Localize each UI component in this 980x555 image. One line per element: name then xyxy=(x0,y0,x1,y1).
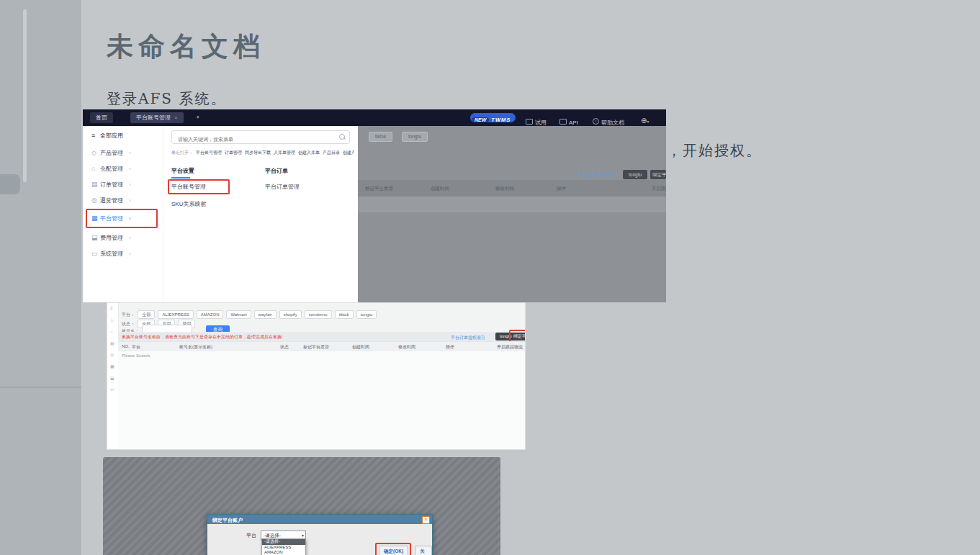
column-header: 创建时间 xyxy=(352,344,369,351)
product-icon[interactable]: ◇ xyxy=(110,317,114,322)
platform-filter-chip[interactable]: semitemu xyxy=(305,310,332,319)
warehouse-icon[interactable]: ⌂ xyxy=(110,329,113,333)
api-icon xyxy=(559,119,567,125)
column-header: 标记平台发货 xyxy=(303,344,329,351)
recent-link[interactable]: 平台账号管理 xyxy=(196,150,222,155)
sidebar-label: 退货管理 xyxy=(100,197,123,204)
dimmed-page-overlay: tiktok tongtu 平台订单授权索引 tongtu 绑定平台账户 标记平… xyxy=(358,126,666,302)
close-icon[interactable]: × xyxy=(422,516,430,524)
platform-label: 平台 xyxy=(236,532,256,539)
rail-scrollbar-thumb[interactable] xyxy=(23,9,27,182)
menu-link-sku-mapping[interactable]: SKU关系映射 xyxy=(171,200,206,208)
twms-badge[interactable]: NEWTWMS xyxy=(470,113,516,122)
sidebar-item-system[interactable]: ▭系统管理› xyxy=(91,248,131,258)
platform-icon[interactable]: ▦ xyxy=(110,364,114,369)
tab-close-icon[interactable]: × xyxy=(174,114,178,121)
platform-filter-chip[interactable]: tiktok xyxy=(335,310,354,319)
doc-title[interactable]: 未命名文档 xyxy=(107,29,265,65)
api-label: API xyxy=(569,119,578,126)
recent-link[interactable]: 产品目录 xyxy=(323,150,340,155)
sidebar-label: 费用管理 xyxy=(100,235,123,241)
column-header: NO. xyxy=(122,344,130,348)
menu-icon[interactable]: ≡ xyxy=(110,306,113,310)
column-header: 修改时间 xyxy=(495,186,514,192)
platform-filter-chip[interactable]: wayfair xyxy=(254,310,277,319)
tongtu-button[interactable]: tongtu xyxy=(623,170,647,179)
dropdown-option[interactable]: -请选择- xyxy=(262,539,305,545)
recent-link[interactable]: 入库单管理 xyxy=(274,150,295,155)
bind-account-button[interactable]: 绑定平台账户 xyxy=(650,170,666,179)
platform-filter-chip[interactable]: tongtu xyxy=(356,310,377,319)
menu-icon: ≡ xyxy=(91,130,100,140)
sidebar-item-returns[interactable]: ◎退货管理› xyxy=(91,195,131,205)
dropdown-option[interactable]: AMAZON xyxy=(262,550,305,555)
screenshot-accounts-page[interactable]: ≡ ◇ ⌂ ▤ ◎ ▦ ⬓ ▭ 平台： 全部ALIEXPRESSAMAZONWa… xyxy=(107,302,526,450)
recent-link[interactable]: 同步导出下载 xyxy=(245,150,271,155)
column-header: 开启跟踪物流 xyxy=(652,186,666,192)
warning-text: 更换平台账号名称前，请检查当前账号下是否存在未完结的订单，处理完成后在更换! xyxy=(122,334,283,340)
platform-chip[interactable]: tongtu xyxy=(402,132,428,142)
select-value: -请选择- xyxy=(264,533,281,538)
annotation-box-ok-button xyxy=(375,543,411,555)
doc-paragraph[interactable]: 登录AFS 系统。 xyxy=(107,89,226,109)
platform-chip[interactable]: tiktok xyxy=(369,132,392,142)
order-icon[interactable]: ▤ xyxy=(110,340,114,346)
search-icon xyxy=(339,134,345,140)
accounts-table-header: NO. 平台 账号名(显示名称) 状态 标记平台发货 创建时间 修改时间 操作 … xyxy=(118,341,525,352)
chevron-right-icon: › xyxy=(129,181,131,188)
modal-header[interactable]: 绑定平台账户 × xyxy=(207,515,432,524)
chevron-right-icon: › xyxy=(129,251,131,257)
group-platform-orders[interactable]: 平台订单 xyxy=(265,167,288,175)
recent-link[interactable]: 创建入库单 xyxy=(298,150,320,155)
column-header: 平台 xyxy=(132,344,140,351)
chevron-right-icon: › xyxy=(129,197,131,204)
auth-index-link[interactable]: 平台订单授权索引 xyxy=(578,172,616,179)
bind-account-modal: 绑定平台账户 × 平台 -请选择- ▾ -请选择- ALIEXPRESS AMA… xyxy=(207,514,433,555)
warehouse-icon: ⌂ xyxy=(91,163,100,173)
doc-paragraph-tail[interactable]: ，开始授权。 xyxy=(667,141,762,161)
platform-filter-chip[interactable]: shopify xyxy=(279,310,302,319)
sidebar-item-orders[interactable]: ▤订单管理› xyxy=(91,179,131,189)
platform-filter-chip[interactable]: Walmart xyxy=(226,310,251,319)
column-header: 修改时间 xyxy=(398,344,415,351)
group-platform-settings[interactable]: 平台设置 xyxy=(171,167,194,175)
help-icon: i xyxy=(593,118,599,125)
recent-link[interactable]: 订单管理 xyxy=(225,150,242,155)
all-apps-label: 全部应用 xyxy=(100,132,123,139)
recent-link[interactable]: 创建产品 xyxy=(343,150,354,155)
active-group-underline xyxy=(171,177,190,179)
menu-link-platform-order-mgmt[interactable]: 平台订单管理 xyxy=(265,183,300,191)
column-header: 状态 xyxy=(280,344,289,351)
screenshot-platform-menu[interactable]: 首页 平台账号管理× ▾ NEWTWMS 试用 API i帮助文档 ⊕▾ ≡全部… xyxy=(83,109,666,302)
close-button[interactable]: 关闭 xyxy=(415,546,432,555)
recent-opened-row: 最近打开：平台账号管理订单管理同步导出下载入库单管理创建入库单产品目录创建产品 xyxy=(171,150,354,156)
twms-label: TWMS xyxy=(491,117,511,123)
sidebar-all-apps[interactable]: ≡全部应用 xyxy=(91,130,123,140)
dropdown-option[interactable]: ALIEXPRESS xyxy=(262,545,305,551)
collapsed-sidebar: ≡ ◇ ⌂ ▤ ◎ ▦ ⬓ ▭ xyxy=(107,303,119,449)
tab-home[interactable]: 首页 xyxy=(90,112,113,123)
sidebar-item-expenses[interactable]: ⬓费用管理› xyxy=(91,233,131,243)
expense-icon[interactable]: ⬓ xyxy=(110,375,114,380)
menu-search-box[interactable] xyxy=(171,130,350,144)
warning-toolbar: 更换平台账号名称前，请检查当前账号下是否存在未完结的订单，处理完成后在更换! 平… xyxy=(118,332,525,341)
chevron-right-icon: › xyxy=(129,150,131,156)
trial-icon xyxy=(526,119,533,125)
sidebar-item-warehouse[interactable]: ⌂仓配管理› xyxy=(91,163,131,173)
tabs-dropdown-icon[interactable]: ▾ xyxy=(197,114,199,120)
recent-label: 最近打开： xyxy=(171,150,193,155)
sidebar-item-products[interactable]: ◇产品管理› xyxy=(91,148,131,158)
returns-icon[interactable]: ◎ xyxy=(110,352,114,357)
rail-active-tab[interactable] xyxy=(0,174,20,194)
sidebar-label: 产品管理 xyxy=(100,150,123,156)
system-icon[interactable]: ▭ xyxy=(110,387,114,392)
nav-language[interactable]: ⊕▾ xyxy=(641,113,649,126)
auth-index-link[interactable]: 平台订单授权索引 xyxy=(451,335,485,341)
screenshot-bind-modal[interactable]: 绑定平台账户 × 平台 -请选择- ▾ -请选择- ALIEXPRESS AMA… xyxy=(103,457,500,555)
platform-filter-chip[interactable]: AMAZON xyxy=(197,310,224,319)
menu-search-input[interactable] xyxy=(176,136,323,143)
table-header-row: 标记平台发货 创建时间 修改时间 操作 开启跟踪物流 xyxy=(358,180,666,197)
megamenu-panel: 最近打开：平台账号管理订单管理同步导出下载入库单管理创建入库单产品目录创建产品 … xyxy=(164,126,358,302)
tab-platform-accounts[interactable]: 平台账号管理× xyxy=(130,112,184,123)
modal-title: 绑定平台账户 xyxy=(212,517,243,524)
